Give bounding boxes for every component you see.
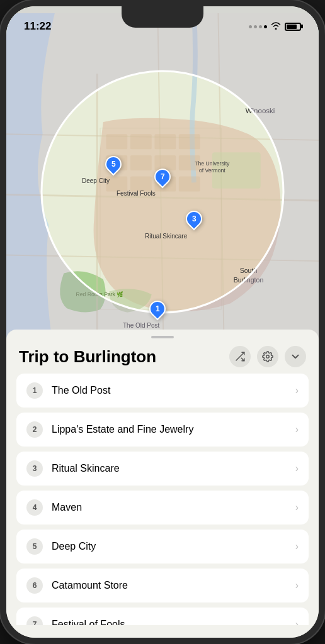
map-background: Winooski South Burlington Red Rocks Park… — [6, 6, 319, 365]
bottom-sheet: Trip to Burlington — [6, 330, 319, 638]
svg-rect-8 — [106, 134, 128, 149]
pin-label-deep-city: Deep City — [82, 177, 110, 184]
sheet-title: Trip to Burlington — [19, 347, 156, 367]
places-list: 1 The Old Post › 2 Lippa's Estate and Fi… — [6, 374, 319, 625]
item-chevron-icon: › — [295, 385, 299, 396]
status-time: 11:22 — [24, 20, 51, 33]
item-number: 3 — [26, 460, 43, 477]
wifi-icon — [271, 21, 281, 31]
item-chevron-icon: › — [295, 541, 299, 552]
collapse-button[interactable] — [285, 346, 306, 367]
map-pin-7: 7 — [154, 169, 171, 185]
header-actions — [229, 346, 306, 367]
list-item[interactable]: 1 The Old Post › — [16, 374, 309, 408]
svg-rect-13 — [130, 155, 152, 170]
svg-rect-9 — [130, 134, 152, 149]
item-number: 1 — [26, 382, 43, 399]
item-chevron-icon: › — [295, 424, 299, 435]
item-chevron-icon: › — [295, 502, 299, 513]
shuffle-button[interactable] — [229, 346, 251, 367]
svg-rect-19 — [179, 177, 200, 192]
pin-label-festival: Festival Fools — [117, 190, 156, 197]
item-number: 6 — [26, 577, 43, 594]
svg-point-33 — [266, 355, 270, 358]
map-pin-5: 5 — [105, 156, 122, 172]
item-name: Catamount Store — [52, 580, 295, 591]
svg-text:South: South — [240, 267, 258, 274]
svg-text:The University: The University — [195, 160, 230, 167]
item-name: Festival of Fools — [52, 619, 295, 625]
list-item[interactable]: 4 Maven › — [16, 491, 309, 525]
sheet-header: Trip to Burlington — [6, 338, 319, 374]
item-chevron-icon: › — [295, 580, 299, 591]
battery-icon — [285, 23, 301, 31]
status-icons — [249, 21, 301, 31]
item-name: The Old Post — [52, 385, 295, 396]
phone-frame: 11:22 — [0, 0, 325, 644]
signal-icon — [249, 25, 267, 28]
item-number: 2 — [26, 421, 43, 438]
list-item[interactable]: 3 Ritual Skincare › — [16, 452, 309, 486]
svg-rect-10 — [155, 134, 176, 149]
item-name: Deep City — [52, 541, 295, 552]
item-number: 4 — [26, 499, 43, 516]
item-chevron-icon: › — [295, 619, 299, 625]
item-number: 7 — [26, 616, 43, 625]
map-pin-1: 1 — [149, 301, 166, 317]
item-chevron-icon: › — [295, 463, 299, 474]
item-name: Ritual Skincare — [52, 463, 295, 474]
settings-button[interactable] — [257, 346, 278, 367]
map-pin-3: 3 — [186, 211, 202, 227]
svg-text:Winooski: Winooski — [246, 107, 275, 114]
list-item[interactable]: 6 Catamount Store › — [16, 569, 309, 602]
list-item[interactable]: 7 Festival of Fools › — [16, 608, 309, 625]
svg-text:of Vermont: of Vermont — [199, 167, 225, 174]
pin-label-ritual: Ritual Skincare — [145, 233, 187, 240]
svg-rect-11 — [179, 134, 200, 149]
item-name: Maven — [52, 502, 295, 513]
svg-text:Red Rocks Park 🌿: Red Rocks Park 🌿 — [76, 291, 124, 298]
svg-rect-17 — [130, 177, 152, 192]
notch — [122, 6, 203, 28]
item-number: 5 — [26, 538, 43, 555]
svg-text:Burlington: Burlington — [234, 276, 264, 284]
list-item[interactable]: 5 Deep City › — [16, 530, 309, 564]
map-container: Winooski South Burlington Red Rocks Park… — [6, 6, 319, 365]
list-item[interactable]: 2 Lippa's Estate and Fine Jewelry › — [16, 413, 309, 447]
pin-label-old-post: The Old Post — [123, 322, 159, 329]
item-name: Lippa's Estate and Fine Jewelry — [52, 424, 295, 435]
